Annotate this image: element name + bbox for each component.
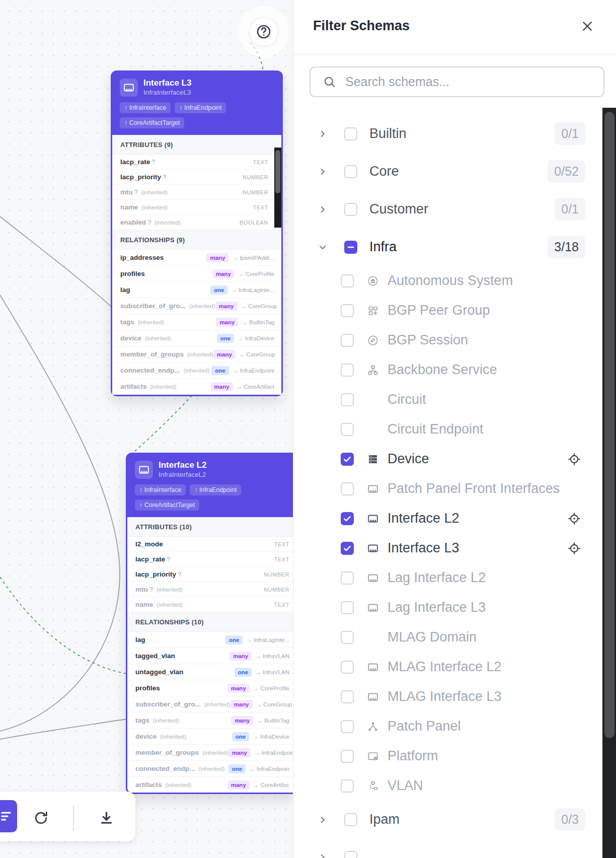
cardinality-badge: one	[235, 668, 252, 677]
schema-checkbox[interactable]	[341, 393, 354, 406]
schema-checkbox[interactable]	[341, 601, 354, 614]
close-button[interactable]	[580, 19, 595, 34]
schema-node-card-interface-l2[interactable]: Interface L2InfraInterfaceL2↑ InfraInter…	[126, 453, 293, 794]
schema-item-row[interactable]: Autonomous System	[293, 266, 602, 296]
schema-item-row[interactable]: Lag Interface L2	[293, 563, 602, 593]
chevron-right-icon[interactable]	[318, 129, 328, 139]
schema-checkbox[interactable]	[341, 423, 354, 436]
locate-on-canvas-icon[interactable]	[567, 541, 581, 555]
schema-checkbox[interactable]	[341, 364, 354, 377]
schema-item-row[interactable]: MLAG Interface L3	[293, 682, 602, 711]
close-icon	[580, 19, 595, 33]
help-button[interactable]	[249, 17, 278, 46]
schema-item-row[interactable]: BGP Peer Group	[293, 296, 602, 325]
schema-item-row[interactable]: VLAN	[293, 771, 602, 801]
schema-checkbox[interactable]	[341, 482, 354, 495]
schema-checkbox[interactable]	[341, 750, 354, 763]
relationship-row: artifacts(inherited)many→ CoreArtifact	[112, 379, 281, 395]
relationship-name: subscriber_of_gro...	[135, 700, 201, 708]
attribute-name: name	[135, 601, 153, 608]
ethernet-port-icon	[367, 542, 379, 554]
group-checkbox[interactable]	[344, 813, 357, 826]
schema-checkbox[interactable]	[341, 690, 354, 703]
schema-checkbox[interactable]	[341, 779, 354, 793]
group-checkbox[interactable]	[344, 203, 357, 216]
card-scrollbar-thumb[interactable]	[275, 150, 280, 193]
panel-scrollbar[interactable]	[602, 108, 616, 858]
schema-group-row-customer[interactable]: Customer0/1	[293, 190, 602, 228]
group-label: Builtin	[369, 126, 407, 141]
relationship-row: member_of_groups(inherited)many→ CoreGro…	[112, 346, 281, 363]
schema-item-row[interactable]: Backbone Service	[293, 355, 602, 385]
attribute-row: lacp_priority?NUMBER	[127, 567, 293, 582]
schema-checkbox[interactable]	[341, 274, 354, 288]
schema-item-row[interactable]: MLAG Interface L2	[293, 652, 602, 682]
schema-group-row[interactable]	[293, 838, 602, 858]
schema-checkbox[interactable]	[341, 631, 354, 644]
schema-group-row-infra[interactable]: Infra3/18	[293, 228, 602, 266]
schema-node-card-interface-l3[interactable]: Interface L3InfraInterfaceL3↑ InfraInter…	[111, 70, 283, 396]
schema-item-row[interactable]: Device	[293, 444, 602, 474]
schema-checkbox[interactable]	[341, 453, 354, 466]
schema-item-label: Lag Interface L2	[388, 570, 486, 586]
inherit-badge: ↑ CoreArtifactTarget	[120, 117, 184, 128]
chevron-down-icon[interactable]	[318, 242, 328, 252]
locate-on-canvas-icon[interactable]	[567, 512, 581, 526]
chevron-right-icon[interactable]	[318, 852, 328, 858]
relationship-name: device	[120, 334, 141, 342]
filter-button[interactable]	[0, 800, 17, 832]
locate-on-canvas-icon[interactable]	[567, 452, 581, 466]
card-header: Interface L2InfraInterfaceL2↑ InfraInter…	[127, 454, 293, 518]
group-checkbox[interactable]	[344, 241, 357, 254]
group-checkbox[interactable]	[344, 127, 357, 140]
schema-item-row[interactable]: Interface L2	[293, 504, 602, 533]
schema-group-row-ipam[interactable]: Ipam0/3	[293, 801, 602, 838]
schema-checkbox[interactable]	[341, 304, 354, 317]
schema-item-row[interactable]: Circuit	[293, 385, 602, 414]
inherited-label: (inherited)	[187, 351, 213, 358]
schema-item-label: Device	[388, 451, 429, 467]
inherited-label: (inherited)	[199, 766, 225, 772]
chevron-right-icon[interactable]	[318, 204, 328, 214]
chevron-right-icon[interactable]	[318, 815, 328, 825]
chevron-right-icon[interactable]	[318, 167, 328, 177]
schema-item-row[interactable]: Patch Panel Front Interfaces	[293, 474, 602, 504]
schema-group-row-builtin[interactable]: Builtin0/1	[293, 115, 602, 153]
card-scrollbar[interactable]	[274, 148, 281, 228]
relationship-row: ip_addressesmany→ IpamIPAddr...	[112, 250, 281, 266]
relationship-peer: → CoreGroup	[241, 303, 277, 309]
download-button[interactable]	[98, 809, 115, 826]
schema-checkbox[interactable]	[341, 571, 354, 585]
schema-checkbox[interactable]	[341, 542, 354, 555]
schema-checkbox[interactable]	[341, 512, 354, 525]
refresh-button[interactable]	[32, 809, 49, 826]
relationship-row: profilesmany→ CoreProfile	[112, 266, 281, 282]
schema-diagram-canvas[interactable]: Interface L3InfraInterfaceL3↑ InfraInter…	[0, 0, 293, 858]
schema-item-row[interactable]: Platform	[293, 741, 602, 771]
schema-checkbox[interactable]	[341, 661, 354, 674]
schema-checkbox[interactable]	[341, 334, 354, 347]
schema-item-row[interactable]: Interface L3	[293, 533, 602, 563]
schema-group-row-core[interactable]: Core0/52	[293, 153, 602, 190]
cardinality-badge: one	[210, 285, 227, 295]
group-checkbox[interactable]	[344, 165, 357, 178]
relationship-peer: → CoreProfile	[238, 271, 274, 277]
cardinality-badge: many	[231, 716, 253, 725]
filter-lines-icon	[0, 809, 15, 824]
schema-item-row[interactable]: MLAG Domain	[293, 622, 602, 652]
schema-item-row[interactable]: BGP Session	[293, 325, 602, 355]
schema-item-row[interactable]: Patch Panel	[293, 711, 602, 741]
scrollbar-thumb[interactable]	[604, 112, 614, 738]
schema-checkbox[interactable]	[341, 720, 354, 733]
schema-item-row[interactable]: Lag Interface L3	[293, 593, 602, 622]
inherited-label: (inherited)	[160, 734, 186, 740]
relationship-peer: → BuiltinTag	[257, 718, 289, 724]
relationship-peer: → InfraDevice	[238, 335, 274, 341]
toolbar-divider	[73, 806, 74, 831]
search-input[interactable]	[344, 74, 603, 90]
group-checkbox[interactable]	[344, 851, 357, 858]
relationship-peer: → CoreGroup	[239, 351, 275, 358]
schema-item-row[interactable]: Circuit Endpoint	[293, 414, 602, 444]
relationship-name: tagged_vlan	[135, 652, 175, 660]
relationship-row: lagone→ InfraLagInte...	[112, 282, 281, 298]
